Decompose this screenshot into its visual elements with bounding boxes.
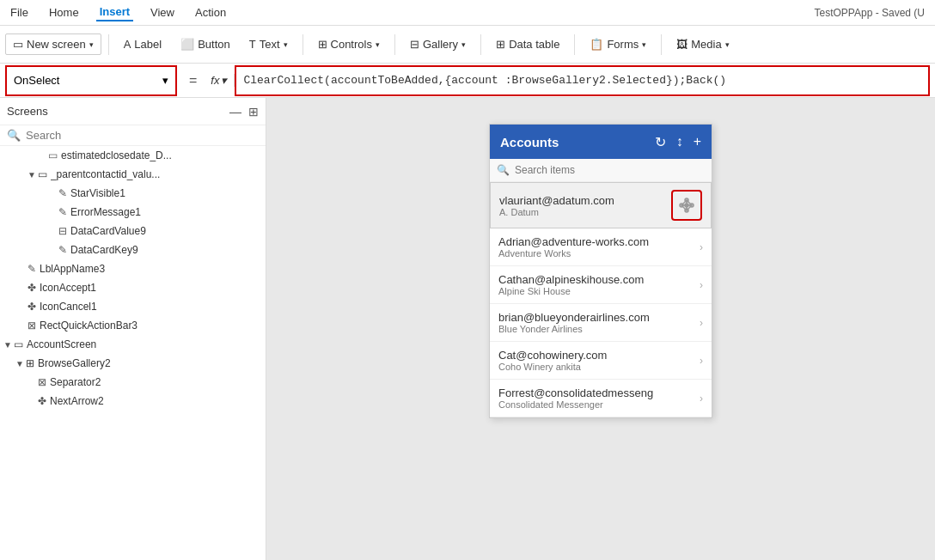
tree-item-label: IconAccept1 — [40, 282, 96, 294]
canvas-area: Accounts ↻ ↕ + 🔍 vlauriant@adatum.comA. … — [266, 98, 935, 560]
tree-item[interactable]: ⊠RectQuickActionBar3 — [0, 316, 266, 335]
account-graph-icon[interactable] — [671, 190, 702, 221]
tree-item[interactable]: ⊟DataCardValue9 — [0, 222, 266, 240]
tree-item[interactable]: ⊠Separator2 — [0, 373, 266, 392]
accounts-refresh-icon[interactable]: ↻ — [655, 134, 666, 150]
tree-item-icon: ⊠ — [28, 320, 36, 332]
media-icon: 🖼 — [676, 38, 688, 51]
screen-icon: ▭ — [13, 38, 23, 51]
media-label: Media — [691, 38, 721, 51]
menu-insert[interactable]: Insert — [96, 3, 133, 21]
account-list-item[interactable]: Cat@cohowinery.comCoho Winery ankita› — [490, 342, 712, 380]
expand-arrow-icon[interactable]: ▼ — [15, 359, 24, 368]
tree-item[interactable]: ✎LblAppName3 — [0, 259, 266, 278]
account-list-item[interactable]: brian@blueyonderairlines.comBlue Yonder … — [490, 304, 712, 342]
label-label: Label — [134, 38, 162, 51]
new-screen-button[interactable]: ▭ New screen ▾ — [5, 33, 101, 55]
accounts-search-icon: 🔍 — [497, 164, 510, 176]
account-info: Cat@cohowinery.comCoho Winery ankita — [498, 349, 700, 372]
datatable-button[interactable]: ⊞ Data table — [488, 33, 567, 55]
screens-expand-icon[interactable]: ⊞ — [248, 105, 259, 119]
account-chevron-icon: › — [700, 241, 703, 253]
menu-home[interactable]: Home — [46, 4, 82, 21]
tree-item[interactable]: ▼▭AccountScreen — [0, 335, 266, 354]
datatable-icon: ⊞ — [496, 38, 505, 51]
tree-item-label: NextArrow2 — [50, 395, 104, 407]
tree-item[interactable]: ▼⊞BrowseGallery2 — [0, 354, 266, 373]
account-email: vlauriant@adatum.com — [499, 194, 666, 207]
account-list-item[interactable]: Forrest@consolidatedmessengConsolidated … — [490, 380, 712, 417]
label-icon: A — [124, 38, 131, 51]
tree-item[interactable]: ✎ErrorMessage1 — [0, 203, 266, 222]
account-list-item[interactable]: vlauriant@adatum.comA. Datum — [490, 182, 712, 228]
accounts-header-action-icons: ↻ ↕ + — [655, 134, 701, 150]
search-input[interactable] — [26, 129, 259, 142]
tree-item-label: AccountScreen — [27, 338, 96, 350]
account-info: brian@blueyonderairlines.comBlue Yonder … — [498, 311, 700, 334]
fx-caret: ▾ — [221, 74, 227, 87]
screens-header: Screens — ⊞ — [0, 98, 266, 125]
gallery-icon: ⊟ — [410, 38, 419, 51]
tree-item[interactable]: ✤NextArrow2 — [0, 392, 266, 411]
media-button[interactable]: 🖼 Media ▾ — [669, 33, 736, 55]
account-chevron-icon: › — [700, 317, 703, 329]
menu-view[interactable]: View — [147, 4, 178, 21]
tree-item-label: BrowseGallery2 — [38, 357, 111, 369]
accounts-search: 🔍 — [490, 159, 712, 182]
expand-arrow-icon[interactable]: ▼ — [28, 170, 36, 180]
tree-item[interactable]: ✤IconCancel1 — [0, 297, 266, 316]
search-icon: 🔍 — [7, 129, 21, 142]
forms-button[interactable]: 📋 Forms ▾ — [582, 33, 654, 55]
screens-minimize-icon[interactable]: — — [229, 105, 241, 119]
menu-action[interactable]: Action — [192, 4, 229, 21]
forms-label: Forms — [607, 38, 639, 51]
tree-item-icon: ✤ — [38, 395, 46, 407]
formula-selector-caret: ▾ — [162, 74, 168, 87]
button-label: Button — [198, 38, 230, 51]
left-panel: Screens — ⊞ 🔍 ▭estimatedclosedate_D...▼▭… — [0, 98, 266, 560]
tree-item-icon: ⊞ — [26, 357, 34, 369]
tree-item-label: estimatedclosedate_D... — [61, 149, 172, 161]
account-info: Cathan@alpineskihouse.comAlpine Ski Hous… — [498, 273, 700, 296]
account-email: Cat@cohowinery.com — [498, 349, 700, 362]
formula-input[interactable] — [235, 65, 930, 96]
tree-item-icon: ✎ — [58, 244, 67, 256]
tree-item[interactable]: ✎StarVisible1 — [0, 184, 266, 203]
account-list-item[interactable]: Adrian@adventure-works.comAdventure Work… — [490, 228, 712, 266]
formula-selector[interactable]: OnSelect ▾ — [5, 65, 177, 96]
expand-arrow-icon[interactable]: ▼ — [3, 340, 12, 350]
tree-item-label: LblAppName3 — [40, 263, 105, 275]
formula-fx-button[interactable]: fx ▾ — [204, 74, 235, 87]
tree-item[interactable]: ▭estimatedclosedate_D... — [0, 146, 266, 165]
accounts-panel-title: Accounts — [500, 135, 559, 149]
tree-item-label: StarVisible1 — [70, 187, 125, 199]
forms-caret: ▾ — [642, 40, 646, 49]
account-chevron-icon: › — [700, 393, 703, 405]
tree-item[interactable]: ✤IconAccept1 — [0, 278, 266, 297]
account-email: Cathan@alpineskihouse.com — [498, 273, 700, 286]
accounts-sort-icon[interactable]: ↕ — [676, 134, 683, 150]
tree-item-icon: ⊠ — [38, 376, 46, 388]
controls-icon: ⊞ — [318, 38, 327, 51]
button-button[interactable]: ⬜ Button — [173, 33, 238, 55]
formula-bar: OnSelect ▾ = fx ▾ — [0, 64, 935, 98]
account-list-item[interactable]: Cathan@alpineskihouse.comAlpine Ski Hous… — [490, 266, 712, 304]
tree-item-label: _parentcontactid_valu... — [51, 168, 160, 180]
accounts-list: vlauriant@adatum.comA. Datum Adrian@adve… — [490, 182, 712, 417]
account-email: Forrest@consolidatedmesseng — [498, 387, 700, 399]
gallery-button[interactable]: ⊟ Gallery ▾ — [402, 33, 474, 55]
account-email: brian@blueyonderairlines.com — [498, 311, 700, 324]
label-button[interactable]: A Label — [116, 33, 169, 55]
text-button[interactable]: T Text ▾ — [241, 33, 296, 55]
tree-item[interactable]: ▼▭_parentcontactid_valu... — [0, 165, 266, 184]
toolbar-sep-6 — [661, 34, 662, 55]
account-company-name: Blue Yonder Airlines — [498, 324, 700, 334]
accounts-search-input[interactable] — [515, 164, 705, 176]
tree-item[interactable]: ✎DataCardKey9 — [0, 240, 266, 259]
controls-button[interactable]: ⊞ Controls ▾ — [310, 33, 388, 55]
account-info: Adrian@adventure-works.comAdventure Work… — [498, 235, 700, 259]
toolbar-sep-1 — [108, 34, 109, 55]
menu-file[interactable]: File — [7, 4, 32, 21]
accounts-add-icon[interactable]: + — [694, 134, 701, 150]
tree-item-label: IconCancel1 — [40, 301, 97, 313]
